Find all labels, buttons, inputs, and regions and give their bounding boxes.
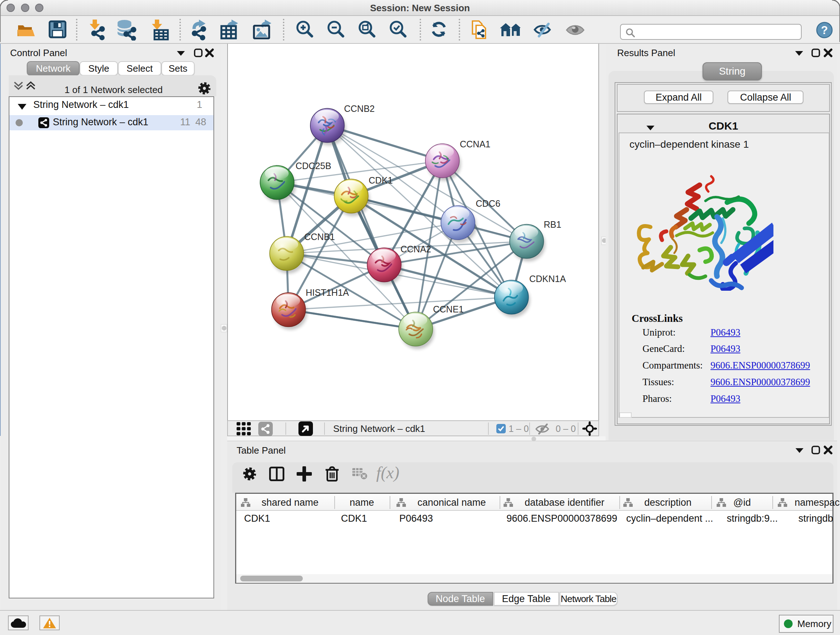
svg-text:CDC6: CDC6 [476, 198, 500, 209]
svg-text:HIST1H1A: HIST1H1A [306, 287, 349, 298]
svg-text:CDK1: CDK1 [369, 175, 393, 185]
svg-text:CCNA1: CCNA1 [460, 139, 491, 149]
svg-text:CCNB2: CCNB2 [344, 103, 375, 114]
svg-text:CCNE1: CCNE1 [433, 304, 464, 314]
svg-text:?: ? [821, 24, 828, 36]
svg-text:CCNB1: CCNB1 [304, 232, 335, 242]
svg-text:CDC25B: CDC25B [295, 161, 332, 171]
svg-text:CCNA2: CCNA2 [401, 244, 431, 254]
svg-text:RB1: RB1 [544, 219, 561, 230]
svg-text:CDKN1A: CDKN1A [529, 274, 566, 284]
